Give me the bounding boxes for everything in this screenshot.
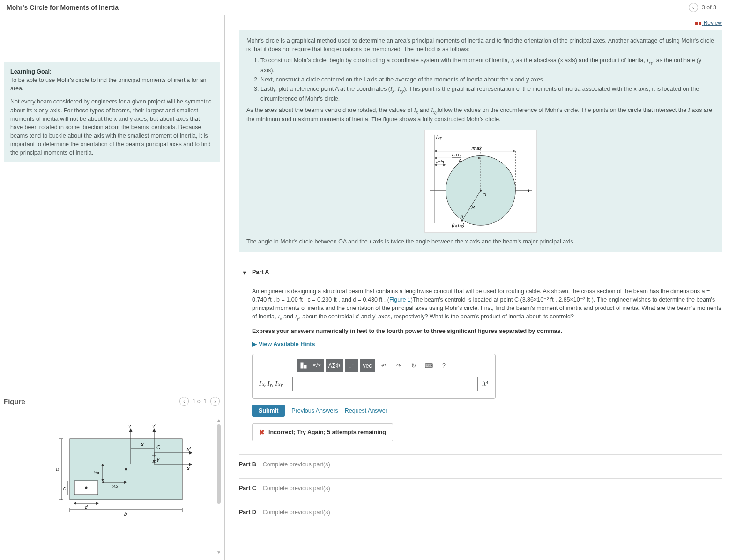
answer-input[interactable] <box>292 377 478 391</box>
keyboard-button[interactable]: ⌨ <box>422 359 436 372</box>
svg-text:R: R <box>471 205 475 210</box>
part-d-row: Part D Complete previous part(s) <box>239 502 722 522</box>
review-link[interactable]: Review <box>695 20 722 26</box>
svg-text:x: x <box>186 465 190 471</box>
intro-p2: As the axes about the beam's centroid ar… <box>246 106 714 124</box>
svg-text:Iₓ+Iᵧ: Iₓ+Iᵧ <box>452 152 461 157</box>
figure-scrollbar[interactable]: ▲ ▼ <box>216 418 222 555</box>
pager-text: 3 of 3 <box>702 4 716 11</box>
redo-button[interactable]: ↷ <box>392 359 405 372</box>
svg-text:¼a: ¼a <box>93 470 99 475</box>
caret-down-icon: ▼ <box>242 270 247 276</box>
svg-marker-3 <box>129 428 133 432</box>
svg-marker-64 <box>434 149 437 152</box>
figure-1-link[interactable]: Figure 1 <box>389 296 411 303</box>
figure-prev-button[interactable]: ‹ <box>179 397 189 406</box>
scroll-up-icon[interactable]: ▲ <box>216 418 222 423</box>
intro-box: Mohr's circle is a graphical method used… <box>239 30 722 252</box>
part-c-row: Part C Complete previous part(s) <box>239 478 722 498</box>
svg-text:d: d <box>85 505 88 510</box>
beam-figure: y y' x' x x C y <box>4 420 220 518</box>
figure-next-button[interactable]: › <box>210 397 220 406</box>
part-a-body: An engineer is designing a structural be… <box>252 287 722 322</box>
svg-text:y': y' <box>152 423 156 428</box>
answer-unit: ft⁴ <box>482 379 489 389</box>
svg-rect-46 <box>695 22 698 25</box>
root-button[interactable]: ⁿ√x <box>310 359 323 372</box>
reset-button[interactable]: ↻ <box>407 359 420 372</box>
intro-p3: The angle in Mohr's circle between OA an… <box>246 237 714 246</box>
request-answer-link[interactable]: Request Answer <box>345 407 387 414</box>
svg-marker-33 <box>74 502 76 505</box>
learning-goal-box: Learning Goal: To be able to use Mohr's … <box>4 62 220 162</box>
svg-text:Imax: Imax <box>471 145 482 150</box>
express-instruction: Express your answers numerically in feet… <box>252 327 722 335</box>
undo-button[interactable]: ↶ <box>377 359 390 372</box>
svg-text:a: a <box>56 466 59 472</box>
svg-point-45 <box>125 468 127 471</box>
svg-text:O: O <box>482 192 486 197</box>
svg-text:b: b <box>124 511 127 516</box>
mohr-circle-figure: Iₓᵧ I O R A (Iₓ,Iₓᵧ) Imax <box>424 130 537 233</box>
header-pager: ‹ 3 of 3 › <box>689 3 729 12</box>
incorrect-icon: ✖ <box>259 428 265 436</box>
answer-box: ⁿ√x ΑΣΦ ↓↑ vec ↶ ↷ ↻ ⌨ ? Iₓ, Iᵧ, Iₓᵧ = <box>252 354 496 399</box>
svg-text:¼b: ¼b <box>112 484 118 489</box>
prev-page-button[interactable]: ‹ <box>689 3 698 12</box>
part-a-header[interactable]: ▼ Part A <box>239 264 722 280</box>
svg-text:Iₓᵧ: Iₓᵧ <box>436 133 442 139</box>
svg-text:I: I <box>528 187 529 193</box>
page-title: Mohr's Circle for Moments of Inertia <box>7 4 119 11</box>
previous-answers-link[interactable]: Previous Answers <box>291 407 338 414</box>
template-button[interactable] <box>297 359 310 372</box>
help-button[interactable]: ? <box>438 359 451 372</box>
equation-toolbar: ⁿ√x ΑΣΦ ↓↑ vec ↶ ↷ ↻ ⌨ ? <box>259 359 489 372</box>
figure-pager-text: 1 of 1 <box>193 398 207 405</box>
caret-right-icon: ▶ <box>252 340 257 348</box>
answer-lhs: Iₓ, Iᵧ, Iₓᵧ = <box>259 379 289 389</box>
svg-text:(Iₓ,Iₓᵧ): (Iₓ,Iₓᵧ) <box>452 222 464 228</box>
scroll-down-icon[interactable]: ▼ <box>216 550 222 555</box>
svg-text:x: x <box>141 442 144 447</box>
scroll-thumb[interactable] <box>217 424 221 504</box>
subscript-button[interactable]: ↓↑ <box>345 359 358 372</box>
svg-marker-65 <box>513 149 515 152</box>
intro-step-3: Lastly, plot a reference point A at the … <box>260 85 714 103</box>
svg-text:x': x' <box>186 446 191 452</box>
svg-text:Imin: Imin <box>436 160 444 164</box>
svg-text:A: A <box>460 214 463 219</box>
svg-rect-77 <box>304 365 306 368</box>
figure-pager: ‹ 1 of 1 › <box>179 397 220 406</box>
review-icon <box>695 21 701 26</box>
svg-rect-76 <box>301 363 303 368</box>
vec-button[interactable]: vec <box>360 359 375 372</box>
svg-rect-47 <box>699 22 701 25</box>
view-hints-link[interactable]: ▶ View Available Hints <box>252 340 315 348</box>
learning-goal-line1: To be able to use Mohr's circle to find … <box>10 77 207 92</box>
svg-text:C: C <box>156 444 160 450</box>
svg-point-44 <box>85 487 87 489</box>
submit-button[interactable]: Submit <box>252 405 285 417</box>
feedback-text: Incorrect; Try Again; 5 attempts remaini… <box>268 429 386 435</box>
svg-text:y: y <box>128 423 132 428</box>
feedback-box: ✖ Incorrect; Try Again; 5 attempts remai… <box>252 423 393 441</box>
svg-text:y: y <box>156 457 160 462</box>
svg-marker-6 <box>152 428 156 432</box>
svg-text:c: c <box>63 486 66 491</box>
learning-goal-heading: Learning Goal: <box>10 68 52 75</box>
svg-text:2: 2 <box>458 158 461 162</box>
learning-goal-line2: Not every beam considered by engineers f… <box>10 97 213 157</box>
svg-marker-34 <box>96 502 99 505</box>
figure-heading: Figure <box>4 398 25 405</box>
part-b-row: Part B Complete previous part(s) <box>239 454 722 474</box>
greek-button[interactable]: ΑΣΦ <box>326 359 343 372</box>
svg-marker-68 <box>434 156 437 159</box>
svg-point-57 <box>461 219 463 221</box>
intro-step-1: To construct Mohr's circle, begin by con… <box>260 56 714 74</box>
intro-p1: Mohr's circle is a graphical method used… <box>246 37 714 53</box>
intro-step-2: Next, construct a circle centered on the… <box>260 75 714 84</box>
